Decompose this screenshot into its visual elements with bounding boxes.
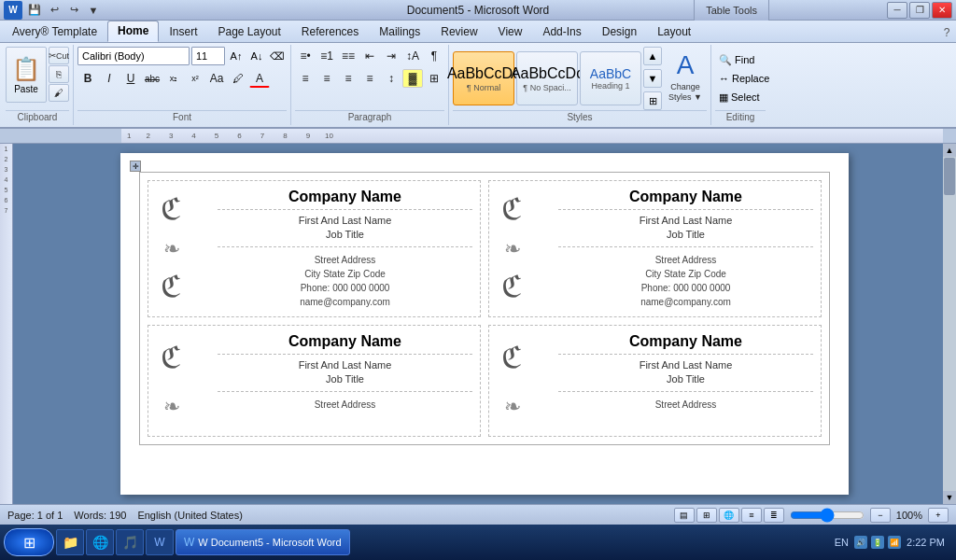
card-company-name[interactable]: Company Name bbox=[218, 333, 472, 355]
justify-button[interactable]: ≡ bbox=[359, 69, 380, 88]
full-screen-btn[interactable]: ⊞ bbox=[696, 508, 717, 523]
align-center-button[interactable]: ≡ bbox=[316, 69, 337, 88]
card-company-name[interactable]: Company Name bbox=[218, 189, 472, 210]
move-handle[interactable]: ✛ bbox=[130, 161, 141, 172]
media-btn[interactable]: W bbox=[146, 529, 174, 555]
cut-button[interactable]: ✂ Cut bbox=[49, 47, 69, 64]
card-address[interactable]: Street Address City State Zip Code Phone… bbox=[558, 253, 813, 309]
redo-quick-btn[interactable]: ↪ bbox=[65, 2, 82, 19]
card-company-name[interactable]: Company Name bbox=[558, 189, 813, 210]
restore-btn[interactable]: ❐ bbox=[909, 2, 930, 19]
multilevel-button[interactable]: ≡≡ bbox=[338, 47, 358, 65]
tab-insert[interactable]: Insert bbox=[159, 21, 207, 42]
font-increase-btn[interactable]: A↑ bbox=[227, 47, 246, 65]
document-page[interactable]: ✛ ℭ ❧ ℭ Co bbox=[120, 153, 849, 495]
zoom-in-btn[interactable]: + bbox=[928, 508, 949, 523]
clear-format-btn[interactable]: ⌫ bbox=[268, 47, 287, 65]
line-spacing-button[interactable]: ↕ bbox=[381, 69, 401, 88]
align-right-button[interactable]: ≡ bbox=[338, 69, 358, 88]
decrease-indent-button[interactable]: ⇤ bbox=[359, 47, 380, 65]
italic-button[interactable]: I bbox=[99, 69, 120, 88]
card-name-title[interactable]: First And Last Name Job Title bbox=[558, 358, 813, 392]
word-taskbar-item[interactable]: W W Document5 - Microsoft Word bbox=[176, 529, 350, 555]
select-button[interactable]: ▦ Select bbox=[715, 89, 766, 105]
tray-icon-2[interactable]: 🔋 bbox=[871, 536, 884, 549]
print-layout-btn[interactable]: ▤ bbox=[674, 508, 695, 523]
card-name-title[interactable]: First And Last Name Job Title bbox=[218, 214, 472, 247]
customize-quick-btn[interactable]: ▼ bbox=[85, 2, 102, 19]
business-card[interactable]: ℭ ❧ ℭ Company Name First And Last Name bbox=[488, 180, 822, 317]
tab-view[interactable]: View bbox=[488, 21, 533, 42]
find-button[interactable]: 🔍 Find bbox=[715, 51, 766, 68]
font-decrease-btn[interactable]: A↓ bbox=[247, 47, 266, 65]
bold-button[interactable]: B bbox=[77, 69, 98, 88]
highlight-button[interactable]: 🖊 bbox=[228, 69, 248, 88]
show-marks-button[interactable]: ¶ bbox=[424, 47, 444, 65]
tray-icon-1[interactable]: 🔊 bbox=[854, 536, 867, 549]
tab-home[interactable]: Home bbox=[107, 21, 159, 42]
format-painter-button[interactable]: 🖌 bbox=[49, 84, 69, 102]
winamp-btn[interactable]: 🎵 bbox=[116, 529, 144, 555]
web-layout-btn[interactable]: 🌐 bbox=[719, 508, 739, 523]
help-btn[interactable]: ? bbox=[937, 23, 956, 42]
tab-mailings[interactable]: Mailings bbox=[369, 21, 430, 42]
underline-button[interactable]: U bbox=[120, 69, 141, 88]
tab-pagelayout[interactable]: Page Layout bbox=[207, 21, 290, 42]
browser-btn[interactable]: 🌐 bbox=[86, 529, 114, 555]
styles-scroll-down[interactable]: ▼ bbox=[643, 69, 662, 88]
copy-button[interactable]: ⎘ bbox=[49, 65, 69, 83]
close-btn[interactable]: ✕ bbox=[932, 2, 952, 19]
scroll-track[interactable] bbox=[943, 157, 956, 491]
strikethrough-button[interactable]: abc bbox=[142, 69, 162, 88]
tab-avery[interactable]: Avery® Template bbox=[2, 21, 107, 42]
numbering-button[interactable]: ≡1 bbox=[316, 47, 337, 65]
start-button[interactable]: ⊞ bbox=[4, 528, 54, 556]
card-name-title[interactable]: First And Last Name Job Title bbox=[218, 358, 472, 392]
tab-references[interactable]: References bbox=[291, 21, 369, 42]
font-color-button[interactable]: A bbox=[249, 69, 270, 88]
business-card[interactable]: ℭ ❧ Company Name First And Last Name Job… bbox=[488, 325, 822, 437]
business-card[interactable]: ℭ ❧ Company Name First And Last Name Job… bbox=[148, 325, 481, 437]
align-left-button[interactable]: ≡ bbox=[295, 69, 316, 88]
save-quick-btn[interactable]: 💾 bbox=[26, 2, 43, 19]
card-address[interactable]: Street Address bbox=[218, 398, 472, 412]
styles-scroll-up[interactable]: ▲ bbox=[643, 47, 662, 65]
draft-btn[interactable]: ≣ bbox=[764, 508, 784, 523]
font-size-box[interactable]: 11 bbox=[191, 47, 225, 65]
zoom-slider[interactable] bbox=[790, 511, 865, 520]
scroll-thumb[interactable] bbox=[944, 158, 955, 195]
increase-indent-button[interactable]: ⇥ bbox=[381, 47, 401, 65]
shading-button[interactable]: ▓ bbox=[402, 69, 423, 88]
tab-review[interactable]: Review bbox=[430, 21, 487, 42]
card-company-name[interactable]: Company Name bbox=[558, 333, 813, 355]
business-card[interactable]: ℭ ❧ ℭ Company Name First And Last Name bbox=[148, 180, 481, 317]
sort-button[interactable]: ↕A bbox=[402, 47, 423, 65]
styles-more[interactable]: ⊞ bbox=[643, 91, 662, 110]
style-nospacing-button[interactable]: AaBbCcDc ¶ No Spaci... bbox=[516, 51, 578, 105]
border-button[interactable]: ⊞ bbox=[424, 69, 444, 88]
change-styles-button[interactable]: A ChangeStyles ▼ bbox=[664, 47, 707, 106]
scroll-up-arrow[interactable]: ▲ bbox=[943, 144, 956, 157]
scroll-down-arrow[interactable]: ▼ bbox=[943, 491, 956, 504]
files-btn[interactable]: 📁 bbox=[56, 529, 84, 555]
subscript-button[interactable]: x₂ bbox=[163, 69, 184, 88]
minimize-btn[interactable]: ─ bbox=[887, 2, 907, 19]
tab-layout[interactable]: Layout bbox=[647, 21, 701, 42]
paste-button[interactable]: 📋 Paste bbox=[6, 47, 47, 103]
undo-quick-btn[interactable]: ↩ bbox=[46, 2, 63, 19]
outline-btn[interactable]: ≡ bbox=[741, 508, 762, 523]
font-name-box[interactable]: Calibri (Body) bbox=[77, 47, 190, 65]
style-heading1-button[interactable]: AaBbC Heading 1 bbox=[580, 51, 641, 105]
bullets-button[interactable]: ≡• bbox=[295, 47, 316, 65]
card-name-title[interactable]: First And Last Name Job Title bbox=[558, 214, 813, 247]
zoom-out-btn[interactable]: − bbox=[870, 508, 891, 523]
tab-addins[interactable]: Add-Ins bbox=[532, 21, 591, 42]
card-address[interactable]: Street Address bbox=[558, 398, 813, 412]
card-address[interactable]: Street Address City State Zip Code Phone… bbox=[218, 253, 472, 309]
vertical-scrollbar[interactable]: ▲ ▼ bbox=[943, 144, 956, 504]
superscript-button[interactable]: x² bbox=[185, 69, 205, 88]
replace-button[interactable]: ↔ Replace bbox=[715, 70, 766, 87]
tab-design[interactable]: Design bbox=[592, 21, 647, 42]
change-case-button[interactable]: Aa bbox=[206, 69, 227, 88]
style-normal-button[interactable]: AaBbCcDc ¶ Normal bbox=[453, 51, 514, 105]
